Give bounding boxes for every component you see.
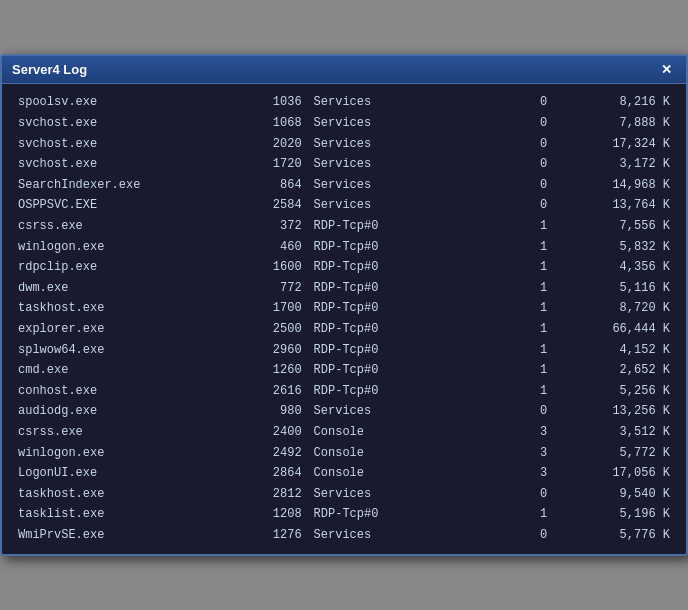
process-pid: 1068 (229, 113, 306, 134)
process-num: 0 (490, 113, 551, 134)
process-name: spoolsv.exe (14, 92, 229, 113)
table-row: explorer.exe2500RDP-Tcp#0166,444 K (14, 319, 674, 340)
table-row: taskhost.exe1700RDP-Tcp#018,720 K (14, 298, 674, 319)
process-name: rdpclip.exe (14, 257, 229, 278)
process-pid: 2500 (229, 319, 306, 340)
process-name: conhost.exe (14, 381, 229, 402)
process-session: RDP-Tcp#0 (306, 381, 490, 402)
process-session: RDP-Tcp#0 (306, 298, 490, 319)
process-num: 1 (490, 319, 551, 340)
table-row: rdpclip.exe1600RDP-Tcp#014,356 K (14, 257, 674, 278)
process-pid: 980 (229, 401, 306, 422)
process-name: taskhost.exe (14, 298, 229, 319)
process-mem: 17,056 K (551, 463, 674, 484)
process-mem: 5,196 K (551, 504, 674, 525)
process-session: Console (306, 422, 490, 443)
process-pid: 1720 (229, 154, 306, 175)
process-mem: 14,968 K (551, 175, 674, 196)
process-pid: 2400 (229, 422, 306, 443)
process-name: tasklist.exe (14, 504, 229, 525)
process-session: RDP-Tcp#0 (306, 257, 490, 278)
process-pid: 2616 (229, 381, 306, 402)
process-num: 0 (490, 484, 551, 505)
process-mem: 4,152 K (551, 340, 674, 361)
process-num: 0 (490, 92, 551, 113)
process-num: 0 (490, 175, 551, 196)
process-num: 1 (490, 237, 551, 258)
process-session: RDP-Tcp#0 (306, 319, 490, 340)
process-pid: 1036 (229, 92, 306, 113)
process-session: Services (306, 92, 490, 113)
process-num: 3 (490, 422, 551, 443)
process-mem: 5,832 K (551, 237, 674, 258)
process-mem: 5,116 K (551, 278, 674, 299)
process-pid: 1260 (229, 360, 306, 381)
process-session: RDP-Tcp#0 (306, 340, 490, 361)
process-num: 1 (490, 257, 551, 278)
process-mem: 17,324 K (551, 134, 674, 155)
process-session: RDP-Tcp#0 (306, 504, 490, 525)
process-mem: 9,540 K (551, 484, 674, 505)
process-mem: 66,444 K (551, 319, 674, 340)
process-session: Services (306, 195, 490, 216)
process-name: OSPPSVC.EXE (14, 195, 229, 216)
process-mem: 8,216 K (551, 92, 674, 113)
process-session: Console (306, 463, 490, 484)
table-row: csrss.exe372RDP-Tcp#017,556 K (14, 216, 674, 237)
process-session: Services (306, 113, 490, 134)
table-row: spoolsv.exe1036Services08,216 K (14, 92, 674, 113)
process-mem: 13,256 K (551, 401, 674, 422)
process-pid: 2584 (229, 195, 306, 216)
table-row: winlogon.exe460RDP-Tcp#015,832 K (14, 237, 674, 258)
process-pid: 372 (229, 216, 306, 237)
process-name: svchost.exe (14, 113, 229, 134)
process-name: svchost.exe (14, 134, 229, 155)
process-session: RDP-Tcp#0 (306, 278, 490, 299)
table-row: splwow64.exe2960RDP-Tcp#014,152 K (14, 340, 674, 361)
process-session: RDP-Tcp#0 (306, 360, 490, 381)
process-session: Services (306, 525, 490, 546)
process-name: LogonUI.exe (14, 463, 229, 484)
table-row: tasklist.exe1208RDP-Tcp#015,196 K (14, 504, 674, 525)
process-mem: 3,172 K (551, 154, 674, 175)
process-num: 1 (490, 340, 551, 361)
process-num: 0 (490, 134, 551, 155)
process-name: dwm.exe (14, 278, 229, 299)
table-row: LogonUI.exe2864Console317,056 K (14, 463, 674, 484)
process-mem: 5,776 K (551, 525, 674, 546)
process-session: Services (306, 484, 490, 505)
process-mem: 8,720 K (551, 298, 674, 319)
process-session: RDP-Tcp#0 (306, 237, 490, 258)
log-table: spoolsv.exe1036Services08,216 Ksvchost.e… (14, 92, 674, 545)
table-row: cmd.exe1260RDP-Tcp#012,652 K (14, 360, 674, 381)
process-mem: 2,652 K (551, 360, 674, 381)
process-name: csrss.exe (14, 216, 229, 237)
process-mem: 7,556 K (551, 216, 674, 237)
table-row: WmiPrvSE.exe1276Services05,776 K (14, 525, 674, 546)
table-row: conhost.exe2616RDP-Tcp#015,256 K (14, 381, 674, 402)
table-row: SearchIndexer.exe864Services014,968 K (14, 175, 674, 196)
process-session: Services (306, 154, 490, 175)
process-mem: 13,764 K (551, 195, 674, 216)
process-num: 1 (490, 360, 551, 381)
close-button[interactable]: ✕ (657, 62, 676, 77)
table-row: taskhost.exe2812Services09,540 K (14, 484, 674, 505)
process-pid: 772 (229, 278, 306, 299)
process-pid: 1700 (229, 298, 306, 319)
table-row: svchost.exe1720Services03,172 K (14, 154, 674, 175)
table-row: svchost.exe2020Services017,324 K (14, 134, 674, 155)
process-name: svchost.exe (14, 154, 229, 175)
process-num: 1 (490, 381, 551, 402)
process-pid: 1208 (229, 504, 306, 525)
log-window: Server4 Log ✕ spoolsv.exe1036Services08,… (0, 54, 688, 555)
process-session: Services (306, 175, 490, 196)
process-pid: 460 (229, 237, 306, 258)
table-row: OSPPSVC.EXE2584Services013,764 K (14, 195, 674, 216)
process-num: 0 (490, 195, 551, 216)
process-num: 3 (490, 443, 551, 464)
process-pid: 1600 (229, 257, 306, 278)
process-pid: 2960 (229, 340, 306, 361)
process-num: 0 (490, 401, 551, 422)
process-pid: 864 (229, 175, 306, 196)
process-pid: 2864 (229, 463, 306, 484)
